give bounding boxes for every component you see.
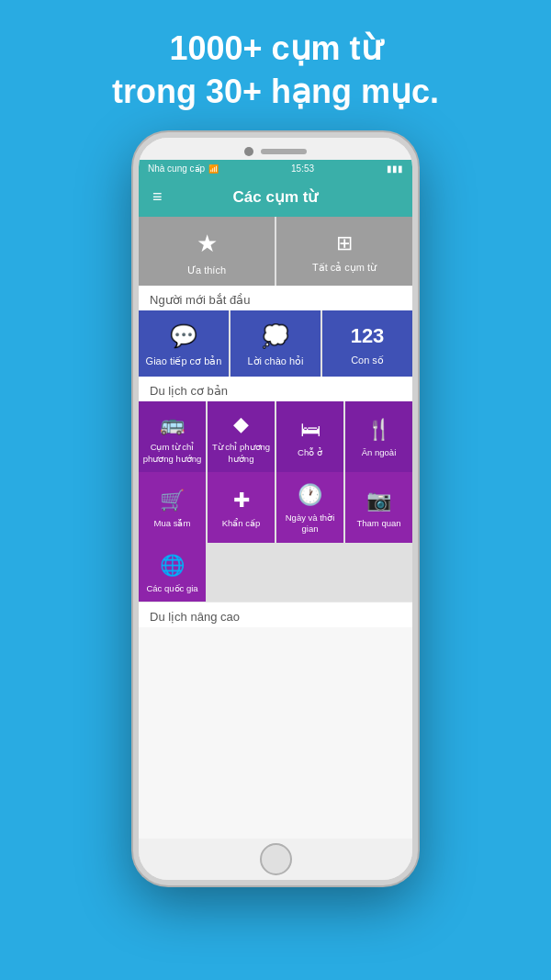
datetime-label: Ngày và thời gian — [280, 513, 340, 535]
status-bar: Nhà cung cấp 📶 15:53 ▮▮▮ — [139, 160, 412, 178]
numbers-tile[interactable]: 123 Con số — [322, 310, 412, 377]
phone-top — [139, 138, 412, 160]
bus-icon: 🚌 — [160, 412, 185, 436]
speaker — [261, 149, 307, 154]
sightseeing-tile[interactable]: 📷 Tham quan — [345, 472, 412, 543]
basic-conversation-tile[interactable]: 💬 Giao tiếp cơ bản — [139, 310, 229, 377]
camera-row — [244, 147, 307, 156]
travel-grid-row2: 🛒 Mua sắm ✚ Khẩn cấp 🕐 Ngày và thời gian… — [139, 472, 412, 543]
front-camera — [244, 147, 253, 156]
favorites-label: Ưa thích — [187, 264, 226, 276]
hero-text: 1000+ cụm từ trong 30+ hạng mục. — [112, 28, 439, 114]
app-content: ★ Ưa thích ⊞ Tất cả cụm từ Người mới bắt… — [139, 217, 412, 839]
beginner-section-label: Người mới bắt đầu — [139, 286, 412, 310]
emergency-label: Khẩn cấp — [222, 518, 261, 529]
direction-words-label: Từ chỉ phương hướng — [211, 442, 271, 465]
emergency-tile[interactable]: ✚ Khẩn cấp — [208, 472, 275, 543]
home-button[interactable] — [260, 843, 292, 875]
greetings-tile[interactable]: 💭 Lời chào hỏi — [231, 310, 320, 377]
battery-icon: ▮▮▮ — [387, 163, 403, 174]
status-left: Nhà cung cấp 📶 — [148, 163, 219, 174]
header-title: Các cụm từ — [233, 187, 319, 207]
time-display: 15:53 — [291, 163, 314, 174]
cart-icon: 🛒 — [160, 489, 185, 513]
globe-icon: 🌐 — [160, 554, 185, 578]
clock-icon: 🕐 — [298, 483, 322, 507]
accommodation-tile[interactable]: 🛏 Chỗ ở — [276, 401, 343, 472]
app-header: ≡ Các cụm từ — [139, 178, 412, 217]
travel-grid-row1: 🚌 Cụm từ chỉ phương hướng ◆ Từ chỉ phươn… — [139, 401, 412, 472]
cross-icon: ✚ — [233, 489, 250, 513]
direction-icon: ◆ — [233, 412, 249, 436]
favorites-tile[interactable]: ★ Ưa thích — [139, 217, 275, 286]
phone-frame: Nhà cung cấp 📶 15:53 ▮▮▮ ≡ Các cụm từ ★ … — [133, 132, 418, 885]
travel-grid-row3: 🌐 Các quốc gia — [139, 543, 412, 602]
sightseeing-label: Tham quan — [356, 518, 400, 529]
speech-bubble-icon: 💭 — [262, 323, 289, 349]
basic-conversation-label: Giao tiếp cơ bản — [146, 355, 222, 367]
wifi-icon: 📶 — [208, 164, 219, 174]
menu-button[interactable]: ≡ — [152, 187, 163, 207]
phone-screen: Nhà cung cấp 📶 15:53 ▮▮▮ ≡ Các cụm từ ★ … — [139, 160, 412, 839]
chat-icon: 💬 — [170, 323, 197, 349]
accommodation-label: Chỗ ở — [298, 447, 322, 458]
all-phrases-label: Tất cả cụm từ — [312, 261, 377, 274]
bed-icon: 🛏 — [300, 418, 320, 442]
fork-icon: 🍴 — [366, 418, 391, 442]
power-button — [416, 248, 418, 294]
hero-line2: trong 30+ hạng mục. — [112, 71, 439, 114]
hero-line1: 1000+ cụm từ — [112, 28, 439, 71]
volume-up-button — [133, 230, 135, 257]
countries-tile[interactable]: 🌐 Các quốc gia — [139, 543, 206, 602]
dining-tile[interactable]: 🍴 Ăn ngoài — [345, 401, 412, 472]
advanced-travel-label: Du lịch nâng cao — [139, 602, 412, 627]
camera-icon: 📷 — [366, 489, 391, 513]
shopping-label: Mua sắm — [154, 518, 191, 529]
dining-label: Ăn ngoài — [362, 447, 397, 458]
directions-phrases-label: Cụm từ chỉ phương hướng — [142, 442, 202, 465]
shopping-tile[interactable]: 🛒 Mua sắm — [139, 472, 206, 543]
top-category-grid: ★ Ưa thích ⊞ Tất cả cụm từ — [139, 217, 412, 286]
travel-section-label: Du lịch cơ bản — [139, 377, 412, 401]
numbers-label: Con số — [351, 354, 384, 366]
greetings-label: Lời chào hỏi — [247, 355, 303, 367]
numbers-icon: 123 — [351, 324, 385, 348]
countries-label: Các quốc gia — [146, 583, 197, 594]
volume-down-button — [133, 266, 135, 294]
directions-phrases-tile[interactable]: 🚌 Cụm từ chỉ phương hướng — [139, 401, 206, 472]
direction-words-tile[interactable]: ◆ Từ chỉ phương hướng — [208, 401, 275, 472]
phone-bottom — [139, 839, 412, 880]
beginner-grid: 💬 Giao tiếp cơ bản 💭 Lời chào hỏi 123 Co… — [139, 310, 412, 377]
star-icon: ★ — [197, 230, 218, 258]
carrier-text: Nhà cung cấp — [148, 163, 205, 174]
datetime-tile[interactable]: 🕐 Ngày và thời gian — [276, 472, 343, 543]
grid-icon: ⊞ — [336, 231, 353, 255]
all-phrases-tile[interactable]: ⊞ Tất cả cụm từ — [276, 217, 412, 286]
